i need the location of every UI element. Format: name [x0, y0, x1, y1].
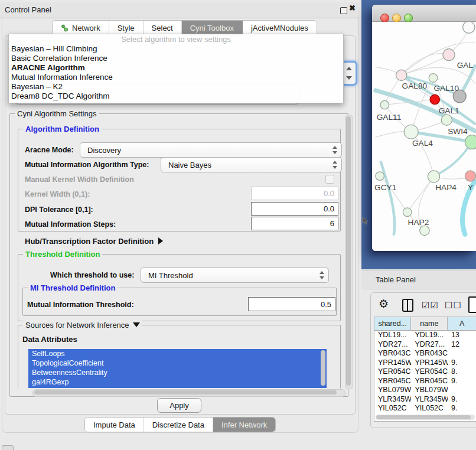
settings-vertical-scrollbar[interactable] — [345, 115, 353, 389]
tab-infer-network[interactable]: Infer Network — [213, 418, 275, 432]
algorithm-option-dream8-dc-tdc-algorithm[interactable]: Dream8 DC_TDC Algorithm — [9, 92, 343, 101]
table-cell: 9. — [448, 377, 476, 386]
scrollbar-thumb[interactable] — [346, 116, 351, 386]
aracne-mode-select[interactable]: Discovery — [80, 142, 342, 158]
network-graph-icon — [61, 24, 69, 32]
close-traffic-light[interactable] — [380, 14, 389, 22]
unchecked-boxes-icon[interactable]: ☐☐ — [445, 300, 462, 311]
gear-icon[interactable]: ⚙ — [379, 297, 389, 311]
tab-discretize-data[interactable]: Discretize Data — [144, 418, 213, 432]
which-threshold-value: MI Threshold — [148, 271, 193, 280]
close-icon[interactable]: ✖ — [349, 4, 356, 12]
table-row[interactable]: YER054CYER054C8. — [374, 367, 476, 377]
apply-button[interactable]: Apply — [157, 398, 201, 413]
network-node[interactable] — [430, 94, 439, 104]
mi-steps-field[interactable]: 6 — [251, 217, 338, 230]
attribute-item-selfloops[interactable]: SelfLoops — [28, 349, 327, 358]
float-icon[interactable] — [340, 7, 347, 14]
mi-type-select[interactable]: Naive Bayes — [161, 157, 342, 172]
zoom-traffic-light[interactable] — [404, 14, 413, 22]
network-node[interactable] — [443, 49, 455, 61]
table-cell: YBR043C — [411, 349, 448, 358]
focused-combo-spinner[interactable] — [341, 61, 357, 86]
split-columns-icon[interactable] — [402, 299, 413, 312]
network-node[interactable] — [465, 135, 476, 149]
application-root: Control Panel ✖ NetworkStyleSelectCyni T… — [0, 0, 476, 450]
table-cell: YBR045C — [411, 377, 448, 386]
algorithm-option-bayesian-hill-climbing[interactable]: Bayesian – Hill Climbing — [9, 44, 343, 54]
node-label: HAP4 — [435, 183, 457, 192]
corner-button[interactable] — [2, 445, 14, 450]
algorithm-option-aracne-algorithm[interactable]: ARACNE Algorithm — [9, 63, 343, 73]
network-node[interactable] — [420, 226, 429, 235]
network-edge[interactable] — [402, 53, 449, 75]
sources-legend[interactable]: Sources for Network Inference — [23, 321, 142, 330]
table-row[interactable]: YIL052CYIL052C9. — [374, 404, 476, 413]
table-row[interactable]: YBL079WYBL079W — [374, 386, 476, 395]
table-row[interactable]: YDL19...YDL19...13 — [374, 331, 476, 340]
column-header-shared[interactable]: shared... — [374, 317, 411, 330]
attr-list-scrollbar[interactable] — [321, 350, 325, 386]
algorithm-definition-legend: Algorithm Definition — [23, 125, 102, 133]
settings-horizontal-scrollbar[interactable] — [32, 389, 345, 397]
network-edge[interactable] — [402, 43, 475, 75]
attribute-item-gal4rgexp[interactable]: gal4RGexp — [28, 377, 327, 387]
table-row[interactable]: YBR043CYBR043C — [374, 349, 476, 358]
table-body: YDL19...YDL19...13YDR27...YDR27...12YBR0… — [374, 331, 476, 413]
mi-type-value: Naive Bayes — [168, 161, 211, 169]
network-node[interactable] — [396, 70, 407, 80]
expand-right-icon — [158, 237, 163, 244]
document-icon[interactable] — [468, 296, 476, 313]
scrollbar-thumb[interactable] — [376, 415, 471, 419]
network-node[interactable] — [376, 172, 384, 181]
table-cell: 13 — [448, 331, 476, 340]
data-attributes-list[interactable]: SelfLoopsTopologicalCoefficientBetweenne… — [28, 349, 327, 388]
mi-threshold-definition-legend: MI Threshold Definition — [28, 283, 118, 292]
network-node[interactable] — [465, 171, 475, 181]
algorithm-option-bayesian-k2[interactable]: Bayesian – K2 — [9, 82, 343, 92]
network-edge[interactable] — [433, 142, 472, 177]
algorithm-option-mutual-information-inference[interactable]: Mutual Information Inference — [9, 73, 343, 82]
column-header-name[interactable]: name — [411, 317, 448, 330]
node-label: GAL — [457, 61, 474, 70]
dpi-tolerance-label: DPI Tolerance [0,1]: — [25, 206, 93, 214]
network-node[interactable] — [441, 115, 452, 125]
table-cell: 9. — [448, 395, 476, 405]
attribute-item-topologicalcoefficient[interactable]: TopologicalCoefficient — [28, 358, 327, 368]
network-node[interactable] — [429, 74, 438, 83]
node-label: GCY1 — [374, 183, 396, 192]
network-node[interactable] — [404, 125, 418, 139]
table-cell: YLR345W — [374, 395, 411, 405]
network-window-titlebar[interactable] — [372, 5, 476, 22]
network-node[interactable] — [428, 171, 439, 182]
network-node[interactable] — [403, 208, 412, 217]
mi-threshold-field[interactable]: 0.5 — [248, 297, 335, 311]
network-node[interactable] — [463, 22, 475, 33]
tab-impute-data[interactable]: Impute Data — [85, 418, 144, 432]
attribute-item-betweennesscentrality[interactable]: BetweennessCentrality — [28, 368, 327, 377]
table-cell: YLR345W — [411, 395, 448, 405]
checked-boxes-icon[interactable]: ☑☑ — [422, 300, 439, 311]
manual-kernel-checkbox[interactable] — [325, 175, 334, 184]
table-horizontal-scrollbar[interactable] — [376, 415, 475, 420]
column-header-a[interactable]: A — [448, 317, 476, 330]
table-row[interactable]: YBR045CYBR045C9. — [374, 377, 476, 386]
network-node[interactable] — [380, 100, 389, 109]
table-cell: YBL079W — [411, 386, 448, 395]
which-threshold-select[interactable]: MI Threshold — [141, 268, 329, 283]
network-canvas[interactable]: GALGAL80GAL10GAL11GAL1GAL4SWI4GCY1HAP4YH… — [372, 22, 476, 251]
kernel-width-field[interactable]: 0.0 — [251, 187, 338, 200]
minimize-traffic-light[interactable] — [392, 14, 401, 22]
table-cell: YIL052C — [411, 404, 448, 413]
control-panel-title: Control Panel — [5, 5, 51, 14]
mi-steps-label: Mutual Information Steps: — [25, 220, 116, 229]
table-row[interactable]: YLR345WYLR345W9. — [374, 395, 476, 405]
dpi-tolerance-field[interactable]: 0.0 — [251, 202, 338, 216]
algorithm-option-basic-correlation-inference[interactable]: Basic Correlation Inference — [9, 54, 343, 63]
hub-definition-toggle[interactable]: Hub/Transcription Factor Definition — [25, 237, 163, 246]
table-row[interactable]: YPR145WYPR145W9. — [374, 358, 476, 368]
scrollbar-thumb[interactable] — [34, 390, 337, 394]
node-label: Y — [468, 183, 473, 192]
table-cell: YBR045C — [374, 377, 411, 386]
table-row[interactable]: YDR27...YDR27...12 — [374, 340, 476, 350]
